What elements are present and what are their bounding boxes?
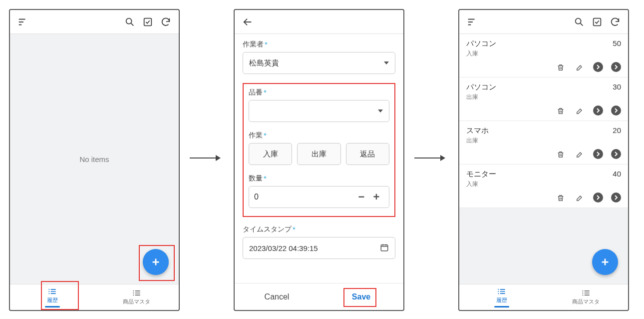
menu-sort-icon[interactable] bbox=[465, 15, 479, 29]
svg-point-13 bbox=[498, 293, 499, 294]
qty-minus-button[interactable]: − bbox=[354, 190, 369, 204]
edit-icon[interactable] bbox=[574, 62, 585, 73]
flow-arrow bbox=[190, 158, 220, 158]
tab-history-label: 履歴 bbox=[496, 296, 507, 304]
no-items-label: No items bbox=[10, 34, 179, 284]
svg-point-2 bbox=[48, 288, 49, 290]
worker-label: 作業者 bbox=[243, 40, 264, 48]
trash-icon[interactable] bbox=[555, 149, 566, 160]
chevron-down-icon bbox=[384, 62, 389, 64]
cancel-button[interactable]: Cancel bbox=[235, 284, 319, 310]
back-icon[interactable] bbox=[241, 15, 255, 29]
edit-icon[interactable] bbox=[574, 149, 585, 160]
content-area: No items bbox=[10, 34, 179, 284]
highlight-required-group: 品番* 作業* 入庫 出庫 返品 数量* bbox=[243, 83, 395, 217]
qty-label: 数量 bbox=[249, 174, 263, 182]
qty-plus-button[interactable]: + bbox=[369, 190, 384, 204]
qty-stepper[interactable]: 0 − + bbox=[249, 186, 389, 208]
svg-point-12 bbox=[498, 291, 499, 292]
tab-history[interactable]: 履歴 bbox=[10, 284, 94, 310]
svg-point-6 bbox=[133, 292, 134, 294]
tab-history-label: 履歴 bbox=[47, 296, 58, 304]
chevron-right-icon[interactable] bbox=[611, 62, 621, 72]
search-icon[interactable] bbox=[123, 15, 137, 29]
calendar-icon bbox=[380, 243, 389, 254]
bottom-nav: 履歴 商品マスタ bbox=[459, 284, 628, 310]
item-qty: 40 bbox=[613, 170, 621, 179]
item-qty: 50 bbox=[613, 39, 621, 48]
refresh-icon[interactable] bbox=[608, 15, 622, 29]
edit-icon[interactable] bbox=[574, 192, 585, 204]
op-in-button[interactable]: 入庫 bbox=[249, 143, 292, 165]
chevron-down-icon bbox=[378, 110, 383, 112]
item-name: パソコン bbox=[466, 39, 496, 48]
trash-icon[interactable] bbox=[555, 62, 566, 73]
svg-rect-1 bbox=[144, 18, 152, 26]
form-body: 作業者* 松島英貴 品番* 作業* 入庫 bbox=[235, 34, 403, 283]
edit-icon[interactable] bbox=[574, 106, 585, 116]
tab-history[interactable]: 履歴 bbox=[459, 284, 544, 310]
checkbox-icon[interactable] bbox=[590, 15, 604, 29]
chevron-right-icon[interactable] bbox=[611, 192, 621, 202]
tab-master-label: 商品マスタ bbox=[572, 298, 600, 306]
save-button[interactable]: Save bbox=[319, 284, 403, 310]
menu-sort-icon[interactable] bbox=[16, 15, 30, 29]
svg-point-5 bbox=[133, 290, 134, 292]
qty-value: 0 bbox=[254, 192, 354, 202]
partno-label: 品番 bbox=[249, 88, 263, 96]
trash-icon[interactable] bbox=[555, 106, 566, 116]
item-op: 出庫 bbox=[466, 136, 621, 145]
chevron-right-icon[interactable] bbox=[611, 149, 621, 159]
field-operation: 作業* 入庫 出庫 返品 bbox=[249, 131, 389, 165]
op-out-button[interactable]: 出庫 bbox=[297, 143, 340, 165]
item-qty: 20 bbox=[613, 126, 621, 136]
chevron-right-icon[interactable] bbox=[593, 149, 603, 159]
list-item[interactable]: パソコン50入庫 bbox=[459, 34, 628, 78]
field-qty: 数量* 0 − + bbox=[249, 174, 389, 208]
svg-point-11 bbox=[498, 288, 499, 290]
svg-rect-10 bbox=[594, 18, 601, 26]
add-fab[interactable] bbox=[592, 249, 618, 275]
screen-form: 作業者* 松島英貴 品番* 作業* 入庫 bbox=[234, 9, 404, 311]
svg-point-16 bbox=[582, 294, 583, 296]
item-op: 入庫 bbox=[466, 50, 621, 58]
checkbox-icon[interactable] bbox=[141, 15, 155, 29]
op-return-button[interactable]: 返品 bbox=[346, 143, 389, 165]
search-icon[interactable] bbox=[572, 15, 586, 29]
list-item[interactable]: モニター40入庫 bbox=[459, 164, 628, 208]
flow-arrow bbox=[414, 158, 444, 158]
list-item[interactable]: スマホ20出庫 bbox=[459, 121, 628, 164]
trash-icon[interactable] bbox=[555, 192, 566, 204]
svg-point-9 bbox=[576, 18, 581, 24]
list-item[interactable]: パソコン30出庫 bbox=[459, 78, 628, 121]
chevron-right-icon[interactable] bbox=[593, 192, 603, 202]
refresh-icon[interactable] bbox=[159, 15, 173, 29]
bottom-nav: 履歴 商品マスタ bbox=[10, 284, 179, 310]
tab-master[interactable]: 商品マスタ bbox=[544, 284, 628, 310]
field-timestamp: タイムスタンプ* 2023/03/22 04:39:15 bbox=[243, 225, 395, 259]
timestamp-input[interactable]: 2023/03/22 04:39:15 bbox=[243, 237, 395, 259]
svg-point-15 bbox=[582, 292, 583, 294]
svg-point-3 bbox=[48, 291, 49, 292]
svg-point-14 bbox=[582, 290, 583, 292]
chevron-right-icon[interactable] bbox=[593, 106, 603, 116]
item-name: スマホ bbox=[466, 126, 489, 136]
item-op: 入庫 bbox=[466, 180, 621, 188]
chevron-right-icon[interactable] bbox=[611, 106, 621, 116]
item-qty: 30 bbox=[613, 82, 621, 92]
field-worker: 作業者* 松島英貴 bbox=[243, 40, 395, 74]
worker-select[interactable]: 松島英貴 bbox=[243, 52, 395, 74]
tab-master[interactable]: 商品マスタ bbox=[94, 284, 179, 310]
screen-history-empty: No items 履歴 商品マスタ bbox=[9, 9, 180, 311]
topbar bbox=[10, 10, 179, 34]
add-fab[interactable] bbox=[143, 249, 169, 275]
topbar bbox=[235, 10, 403, 34]
worker-value: 松島英貴 bbox=[249, 58, 279, 68]
form-actionbar: Cancel Save bbox=[235, 283, 403, 310]
timestamp-label: タイムスタンプ bbox=[243, 226, 292, 233]
field-partno: 品番* bbox=[249, 88, 389, 122]
item-name: モニター bbox=[466, 170, 496, 179]
svg-point-0 bbox=[126, 18, 132, 24]
chevron-right-icon[interactable] bbox=[593, 62, 603, 72]
partno-select[interactable] bbox=[249, 100, 389, 122]
